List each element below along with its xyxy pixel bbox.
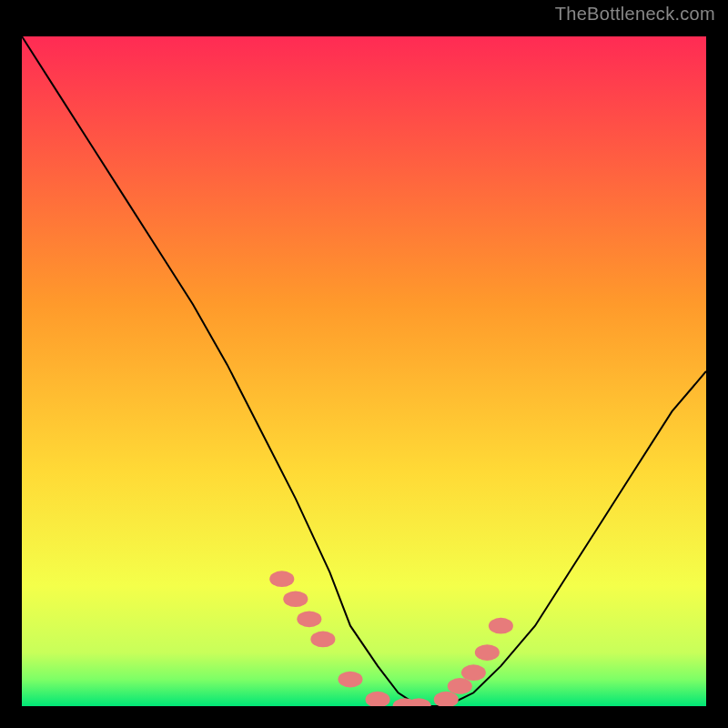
bottleneck-chart <box>22 36 706 706</box>
marker-dot <box>338 672 362 688</box>
marker-dot <box>269 571 294 587</box>
marker-dot <box>489 618 513 634</box>
watermark-text: TheBottleneck.com <box>555 4 715 25</box>
gradient-background <box>22 36 706 706</box>
marker-dot <box>297 611 321 627</box>
marker-dot <box>461 664 486 681</box>
chart-inner <box>22 36 706 706</box>
marker-dot <box>283 591 308 607</box>
marker-dot <box>448 678 472 694</box>
chart-frame <box>11 25 717 717</box>
marker-dot <box>475 644 500 661</box>
marker-dot <box>310 632 335 648</box>
